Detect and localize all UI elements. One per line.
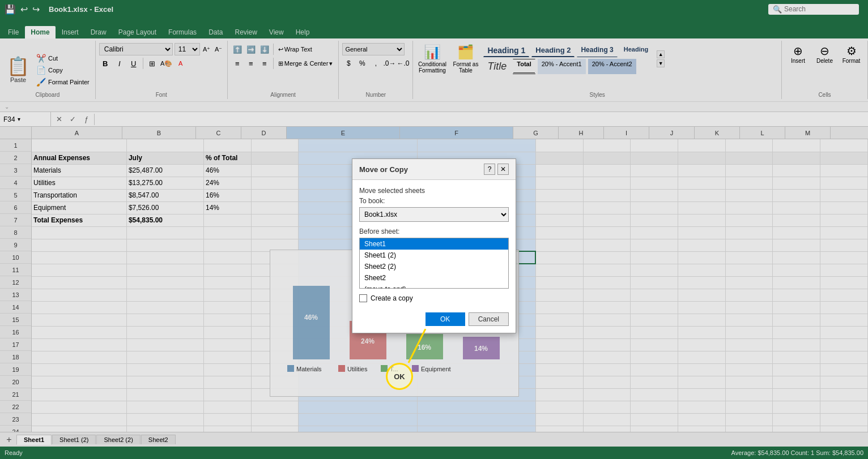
ok-circle: OK [386, 363, 413, 390]
to-book-label: To book: [359, 197, 509, 205]
dialog-title: Move or Copy [359, 165, 408, 174]
dialog-title-bar: Move or Copy ? ✕ [352, 159, 516, 180]
ok-circle-label: OK [394, 372, 405, 381]
dialog-cancel-button[interactable]: Cancel [469, 312, 509, 326]
sheet-list-item-sheet1[interactable]: Sheet1 [360, 238, 508, 250]
sheet-list-item-move-to-end[interactable]: (move to end) [360, 284, 508, 289]
dialog-title-buttons: ? ✕ [484, 164, 509, 175]
create-copy-checkbox[interactable] [359, 294, 367, 302]
before-sheet-list: Sheet1 Sheet1 (2) Sheet2 (2) Sheet2 (mov… [359, 238, 509, 289]
dialog-ok-button[interactable]: OK [426, 312, 465, 326]
sheet-list-item-sheet1-2[interactable]: Sheet1 (2) [360, 250, 508, 261]
ok-annotation: OK [386, 363, 413, 390]
move-or-copy-dialog: Move or Copy ? ✕ Move selected sheets To… [352, 158, 516, 333]
dialog-help-button[interactable]: ? [484, 164, 495, 175]
to-book-select[interactable]: Book1.xlsx [359, 207, 509, 222]
dialog-body: Move selected sheets To book: Book1.xlsx… [352, 180, 516, 333]
dialog-close-button[interactable]: ✕ [497, 164, 509, 175]
sheet-list-item-sheet2-2[interactable]: Sheet2 (2) [360, 261, 508, 272]
svg-line-16 [409, 329, 426, 363]
sheet-list-item-sheet2[interactable]: Sheet2 [360, 272, 508, 284]
move-selected-label: Move selected sheets [359, 187, 509, 195]
dialog-wrapper: Move or Copy ? ✕ Move selected sheets To… [352, 158, 516, 333]
before-sheet-label: Before sheet: [359, 228, 509, 235]
create-copy-label: Create a copy [371, 294, 413, 302]
dialog-footer: OK Cancel [359, 310, 509, 326]
to-book-container: Book1.xlsx [359, 207, 509, 222]
dialog-overlay: Move or Copy ? ✕ Move selected sheets To… [0, 0, 868, 459]
create-copy-row: Create a copy [359, 294, 509, 302]
